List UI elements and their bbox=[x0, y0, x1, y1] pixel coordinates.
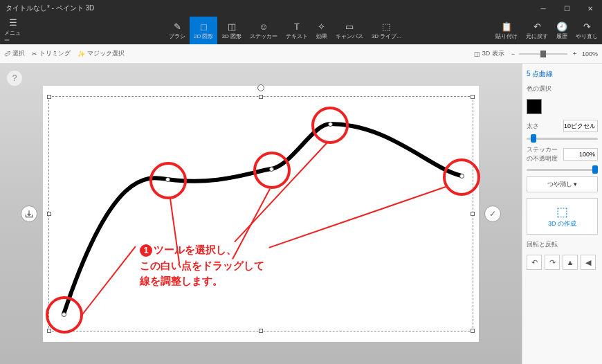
annotation-number: 1 bbox=[140, 244, 152, 257]
menu-button[interactable]: ☰ メニュー bbox=[0, 17, 26, 44]
shapes-3d-tool[interactable]: ◫ 3D 図形 bbox=[217, 17, 245, 44]
thickness-slider[interactable] bbox=[527, 138, 598, 140]
library-3d-tool[interactable]: ⬚ 3D ライブ... bbox=[367, 17, 405, 44]
zoom-controls: − ＋ 100% bbox=[511, 49, 598, 58]
magic-select-button[interactable]: ✨マジック選択 bbox=[77, 49, 125, 58]
paste-button[interactable]: 📋 貼り付け bbox=[491, 17, 522, 44]
annotation-circle bbox=[311, 107, 349, 144]
flip-vertical-button[interactable]: ◀ bbox=[581, 255, 596, 270]
annotation-circle bbox=[443, 158, 480, 196]
annotation-circle bbox=[149, 162, 187, 199]
shapes-3d-icon: ◫ bbox=[226, 21, 237, 32]
thickness-label: 太さ bbox=[527, 122, 539, 131]
rotate-right-button[interactable]: ↷ bbox=[545, 255, 560, 270]
thickness-input[interactable] bbox=[563, 120, 598, 132]
paste-icon: 📋 bbox=[501, 21, 512, 32]
main-toolbar: ☰ メニュー ✎ ブラシ ◻ 2D 図形 ◫ 3D 図形 ☺ ステッカー T テ… bbox=[0, 17, 602, 44]
undo-button[interactable]: ↶ 元に戻す bbox=[522, 17, 552, 44]
help-button[interactable]: ? bbox=[7, 71, 22, 86]
resize-handle-br[interactable] bbox=[471, 329, 475, 333]
text-icon: T bbox=[291, 21, 302, 32]
make-3d-button[interactable]: ⬚ 3D の作成 bbox=[527, 198, 598, 235]
redo-button[interactable]: ↷ やり直し bbox=[572, 17, 602, 44]
window-controls: ─ ☐ ✕ bbox=[531, 0, 602, 17]
crop-icon: ✂ bbox=[32, 51, 37, 57]
cube-3d-icon: ⬚ bbox=[527, 204, 597, 219]
rotation-handle[interactable] bbox=[257, 84, 264, 91]
history-icon: 🕘 bbox=[556, 21, 567, 32]
annotation-circle bbox=[253, 152, 291, 189]
cursor-icon: ⮰ bbox=[4, 51, 10, 57]
canvas-tool[interactable]: ▭ キャンバス bbox=[331, 17, 367, 44]
annotation-text: 1ツールを選択し、 この白い点をドラッグして 線を調整します。 bbox=[140, 242, 264, 289]
resize-handle-ml[interactable] bbox=[47, 212, 51, 216]
chevron-down-icon: ▾ bbox=[574, 181, 577, 188]
minimize-button[interactable]: ─ bbox=[531, 0, 555, 17]
history-button[interactable]: 🕘 履歴 bbox=[552, 17, 572, 44]
zoom-in-button[interactable]: ＋ bbox=[572, 49, 578, 58]
secondary-toolbar: ⮰選択 ✂トリミング ✨マジック選択 ◫3D 表示 − ＋ 100% bbox=[0, 44, 602, 64]
shapes-2d-icon: ◻ bbox=[198, 21, 209, 32]
opacity-input[interactable] bbox=[563, 148, 598, 161]
select-button[interactable]: ⮰選択 bbox=[4, 49, 25, 58]
sidebar-title: 5 点曲線 bbox=[527, 69, 598, 79]
window-title: タイトルなし* - ペイント 3D bbox=[6, 3, 94, 13]
resize-handle-bm[interactable] bbox=[259, 329, 263, 333]
undo-icon: ↶ bbox=[531, 21, 542, 32]
zoom-out-button[interactable]: − bbox=[511, 51, 515, 57]
canvas-icon: ▭ bbox=[344, 21, 355, 32]
color-swatch[interactable] bbox=[527, 99, 542, 114]
opacity-slider[interactable] bbox=[527, 169, 598, 171]
resize-handle-tl[interactable] bbox=[47, 95, 51, 99]
hamburger-icon: ☰ bbox=[8, 17, 19, 28]
sticker-icon: ☺ bbox=[258, 21, 269, 32]
brush-icon: ✎ bbox=[172, 21, 183, 32]
brush-tool[interactable]: ✎ ブラシ bbox=[165, 17, 190, 44]
redo-icon: ↷ bbox=[581, 21, 592, 32]
annotation-circle bbox=[46, 296, 83, 334]
resize-handle-tm[interactable] bbox=[259, 95, 263, 99]
confirm-button[interactable]: ✓ bbox=[484, 206, 501, 222]
canvas-workspace: ? ✓ bbox=[0, 64, 522, 364]
effects-icon: ✧ bbox=[316, 21, 327, 32]
color-label: 色の選択 bbox=[527, 84, 598, 93]
sticker-tool[interactable]: ☺ ステッカー bbox=[246, 17, 282, 44]
shapes-2d-tool[interactable]: ◻ 2D 図形 bbox=[190, 17, 217, 44]
resize-handle-bl[interactable] bbox=[47, 329, 51, 333]
finish-dropdown[interactable]: つや消し ▾ bbox=[527, 176, 598, 192]
library-icon: ⬚ bbox=[381, 21, 392, 32]
resize-handle-tr[interactable] bbox=[471, 95, 475, 99]
properties-sidebar: 5 点曲線 色の選択 太さ ステッカーの不透明度 つや消し ▾ ⬚ 3D の作成… bbox=[522, 64, 602, 364]
flip-horizontal-button[interactable]: ▲ bbox=[563, 255, 578, 270]
magic-icon: ✨ bbox=[77, 51, 85, 57]
close-button[interactable]: ✕ bbox=[578, 0, 602, 17]
resize-handle-mr[interactable] bbox=[471, 212, 475, 216]
canvas[interactable]: 1ツールを選択し、 この白い点をドラッグして 線を調整します。 bbox=[43, 86, 479, 342]
zoom-slider[interactable] bbox=[519, 53, 567, 55]
cube-icon: ◫ bbox=[474, 51, 480, 57]
rotate-left-button[interactable]: ↶ bbox=[527, 255, 542, 270]
view-3d-toggle[interactable]: ◫3D 表示 bbox=[474, 49, 504, 58]
maximize-button[interactable]: ☐ bbox=[555, 0, 578, 17]
rotate-label: 回転と反転 bbox=[527, 240, 598, 249]
effects-tool[interactable]: ✧ 効果 bbox=[312, 17, 331, 44]
opacity-label: ステッカーの不透明度 bbox=[527, 145, 563, 163]
text-tool[interactable]: T テキスト bbox=[282, 17, 312, 44]
crop-button[interactable]: ✂トリミング bbox=[32, 49, 71, 58]
zoom-level: 100% bbox=[582, 51, 598, 57]
stamp-left-button[interactable] bbox=[21, 206, 37, 222]
